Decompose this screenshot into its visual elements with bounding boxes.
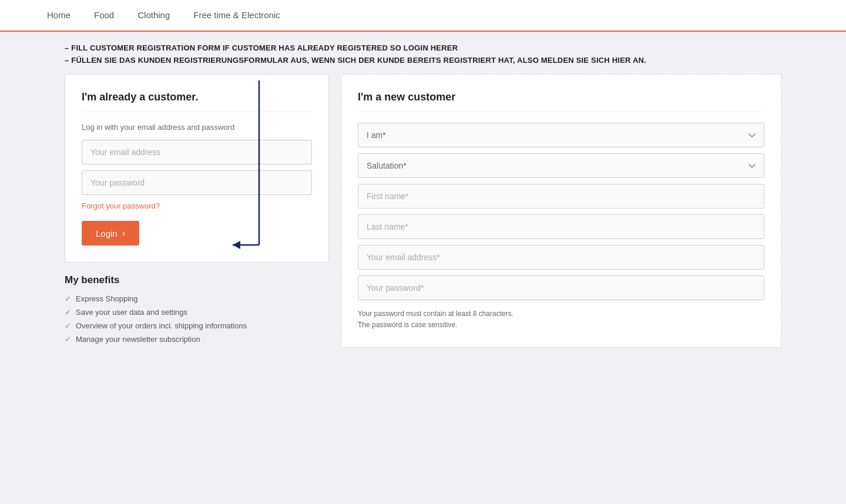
notice-line-1: – FILL CUSTOMER REGISTRATION FORM IF CUS… <box>65 43 781 52</box>
benefit-item-1: ✓ Save your user data and settings <box>65 308 329 317</box>
first-name-input[interactable] <box>358 184 764 209</box>
left-column: I'm already a customer. Log in with your… <box>65 74 329 348</box>
page-content: – FILL CUSTOMER REGISTRATION FORM IF CUS… <box>41 32 805 384</box>
benefits-section: My benefits ✓ Express Shopping ✓ Save yo… <box>65 274 329 348</box>
last-name-input[interactable] <box>358 214 764 239</box>
login-arrow-icon: › <box>122 228 125 238</box>
notice-line-2: – FÜLLEN SIE DAS KUNDEN REGISTRIERUNGSFO… <box>65 56 781 65</box>
main-columns: I'm already a customer. Log in with your… <box>65 74 781 348</box>
login-email-input[interactable] <box>82 140 312 164</box>
password-hint-line1: Your password must contain at least 8 ch… <box>358 308 764 320</box>
check-icon-2: ✓ <box>65 321 71 330</box>
benefit-label-2: Overview of your orders incl. shipping i… <box>76 321 247 330</box>
login-button[interactable]: Login › <box>82 221 139 246</box>
check-icon-0: ✓ <box>65 294 71 303</box>
benefit-item-0: ✓ Express Shopping <box>65 294 329 303</box>
benefit-label-3: Manage your newsletter subscription <box>76 335 200 344</box>
login-card: I'm already a customer. Log in with your… <box>65 74 329 263</box>
salutation-select[interactable]: Salutation* Mr. Mrs. Dr. Prof. <box>358 153 764 178</box>
new-customer-card: I'm a new customer I am* Mr. Mrs. Saluta… <box>341 74 781 348</box>
navigation: Home Food Clothing Free time & Electroni… <box>0 0 846 32</box>
new-customer-title: I'm a new customer <box>358 91 764 112</box>
existing-customer-subtitle: Log in with your email address and passw… <box>82 123 312 132</box>
forgot-password-link[interactable]: Forgot your password? <box>82 201 160 210</box>
nav-freetime[interactable]: Free time & Electronic <box>182 0 292 31</box>
password-hint-line2: The password is case sensitive. <box>358 320 764 331</box>
benefits-title: My benefits <box>65 274 329 286</box>
nav-clothing[interactable]: Clothing <box>126 0 182 31</box>
check-icon-3: ✓ <box>65 335 71 344</box>
login-password-input[interactable] <box>82 170 312 195</box>
new-email-input[interactable] <box>358 245 764 270</box>
right-column: I'm a new customer I am* Mr. Mrs. Saluta… <box>341 74 781 348</box>
new-password-input[interactable] <box>358 275 764 300</box>
nav-food[interactable]: Food <box>82 0 126 31</box>
check-icon-1: ✓ <box>65 308 71 317</box>
benefit-item-2: ✓ Overview of your orders incl. shipping… <box>65 321 329 330</box>
benefit-label-0: Express Shopping <box>76 294 138 303</box>
password-hint: Your password must contain at least 8 ch… <box>358 308 764 331</box>
i-am-select[interactable]: I am* Mr. Mrs. <box>358 123 764 147</box>
nav-home[interactable]: Home <box>35 0 82 31</box>
benefit-item-3: ✓ Manage your newsletter subscription <box>65 335 329 344</box>
notice-block: – FILL CUSTOMER REGISTRATION FORM IF CUS… <box>65 43 781 65</box>
svg-marker-2 <box>233 241 240 249</box>
benefit-label-1: Save your user data and settings <box>76 308 187 317</box>
existing-customer-title: I'm already a customer. <box>82 91 312 112</box>
